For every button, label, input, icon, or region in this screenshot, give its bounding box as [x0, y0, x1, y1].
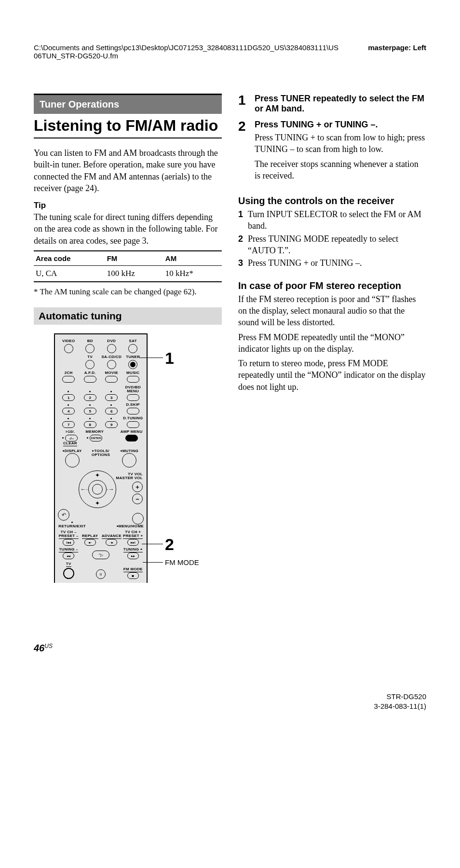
btn-display: [65, 453, 80, 468]
btn-menuhome: [132, 513, 144, 524]
lbl-afd: A.F.D.: [84, 371, 96, 375]
btn-afd: [84, 376, 96, 383]
sub2-h: In case of poor FM stereo reception: [238, 280, 426, 291]
btn-vol-up: +: [132, 482, 143, 492]
btn-tuning-m: ◂◂: [63, 552, 74, 559]
lbl-preset-p: TV CH + PRESET +: [123, 530, 143, 539]
lbl-ampmenu: AMP MENU: [121, 430, 143, 434]
lbl-music: MUSIC: [126, 371, 139, 375]
lbl-memory: MEMORY: [86, 430, 104, 434]
sub1-h: Using the controls on the receiver: [238, 195, 426, 207]
step-2-p2: The receiver stops scanning whenever a s…: [255, 158, 426, 182]
btn-tuning-p: ▸▸: [127, 552, 139, 559]
lbl-tools: TOOLS/ OPTIONS: [92, 449, 110, 457]
lbl-tuning-p: TUNING +: [123, 548, 143, 552]
btn-next: ▸▸I: [127, 539, 139, 546]
btn-movie: [105, 376, 118, 383]
sub1-item: 2Press TUNING MODE repeatedly to select …: [238, 233, 426, 257]
btn-pause: II: [96, 569, 106, 579]
lbl-gt10: >10/.: [66, 430, 75, 434]
model: STR-DG520: [374, 692, 426, 702]
btn-8: 8: [84, 421, 96, 428]
lbl-movie: MOVIE: [105, 371, 118, 375]
btn-gt10: -/--: [65, 435, 78, 441]
step-1-h: Press TUNER repeatedly to select the FM …: [255, 94, 426, 114]
btn-sacd: [107, 360, 116, 369]
btn-video: [64, 344, 73, 353]
remote-diagram: VIDEO BD DVD SAT TV SA-CD/CD TUNER 2CH A…: [34, 333, 222, 583]
btn-vol-dn: −: [132, 494, 143, 504]
step-num-2: 2: [238, 120, 249, 184]
lbl-tv: TV: [87, 355, 93, 359]
btn-ff: ··▸: [106, 539, 117, 546]
th-fm: FM: [105, 251, 163, 266]
lbl-dskip: D.SKIP: [126, 403, 140, 407]
btn-bd: [85, 344, 95, 353]
callout-fm: FM MODE: [165, 558, 199, 567]
lbl-menuhome: MENU/HOME: [117, 524, 144, 528]
sub2-p3: To return to stereo mode, press FM MODE …: [238, 358, 426, 393]
td-fm: 100 kHz: [105, 266, 163, 282]
btn-fmmode: ■: [127, 572, 139, 579]
lbl-dvd: DVD: [107, 339, 116, 343]
callout-1: 1: [165, 350, 174, 366]
btn-tv: [85, 360, 95, 369]
btn-5: 5: [84, 408, 96, 414]
lead-2: [142, 544, 163, 544]
intro-paragraph: You can listen to FM and AM broadcasts t…: [34, 147, 222, 194]
lbl-video: VIDEO: [62, 339, 75, 343]
btn-2: 2: [84, 394, 96, 401]
auto-tuning-heading: Automatic tuning: [34, 307, 222, 325]
page: C:\Documents and Settings\pc13\Desktop\J…: [0, 0, 460, 868]
lbl-dvdbd: DVD/BD MENU: [125, 386, 141, 393]
btn-1: 1: [62, 394, 75, 401]
nav-hub: [92, 484, 103, 495]
arrow-left-icon: ←·: [81, 486, 88, 493]
lbl-bd: BD: [87, 339, 93, 343]
btn-3: 3: [105, 394, 118, 401]
btn-dvd: [107, 344, 116, 353]
btn-4: 4: [62, 408, 75, 414]
lbl-vol: TV VOL MASTER VOL: [116, 472, 143, 480]
lbl-advance: ADVANCE: [102, 534, 122, 539]
btn-dtuning: [127, 421, 139, 428]
td-am: 10 kHz*: [163, 266, 222, 282]
btn-return: ↶: [58, 509, 69, 521]
lbl-tuner: TUNER: [126, 355, 140, 359]
section-band: Tuner Operations: [34, 94, 222, 114]
arrow-down-icon: ✦: [95, 500, 100, 507]
btn-9: 9: [105, 421, 118, 428]
step-2-p1: Press TUNING + to scan from low to high;…: [255, 132, 426, 155]
btn-dvdbd: [127, 394, 139, 401]
btn-enter: ENTER: [90, 435, 102, 441]
footer-right: STR-DG520 3-284-083-11(1): [374, 692, 426, 711]
th-area: Area code: [34, 251, 105, 266]
lbl-preset-m: TV CH – PRESET –: [59, 530, 79, 539]
sub2-p1: If the FM stereo reception is poor and “…: [238, 293, 426, 329]
step-1: 1 Press TUNER repeatedly to select the F…: [238, 94, 426, 116]
btn-rw: ◂··: [84, 539, 96, 546]
lead-1: [139, 358, 163, 358]
lbl-replay: REPLAY: [82, 534, 98, 539]
masterpage-label: masterpage: Left: [368, 43, 426, 52]
lead-fm: [143, 562, 163, 563]
lbl-tuning-m: TUNING –: [59, 548, 78, 552]
lbl-dtuning: D.TUNING: [123, 416, 143, 420]
btn-ampmenu: [125, 435, 138, 441]
lbl-return: RETURN/EXIT: [58, 521, 86, 528]
area-code-table: Area code FM AM U, CA 100 kHz 10 kHz*: [34, 250, 222, 282]
right-column: 1 Press TUNER repeatedly to select the F…: [238, 94, 426, 583]
btn-music: [127, 376, 139, 383]
tip-body: The tuning scale for direct tuning diffe…: [34, 211, 222, 247]
arrow-right-icon: ·→: [107, 486, 114, 493]
lbl-sat: SAT: [129, 339, 137, 343]
btn-dskip: [127, 408, 139, 414]
lbl-sacd: SA-CD/CD: [101, 355, 122, 359]
btn-7: 7: [62, 421, 75, 428]
columns: Tuner Operations Listening to FM/AM radi…: [34, 94, 426, 583]
lbl-tv2: TV: [66, 562, 71, 567]
lbl-display: DISPLAY: [63, 449, 82, 453]
left-column: Tuner Operations Listening to FM/AM radi…: [34, 94, 222, 583]
arrow-up-icon: ✦: [95, 472, 100, 479]
table-footnote: * The AM tuning scale can be changed (pa…: [34, 287, 222, 297]
